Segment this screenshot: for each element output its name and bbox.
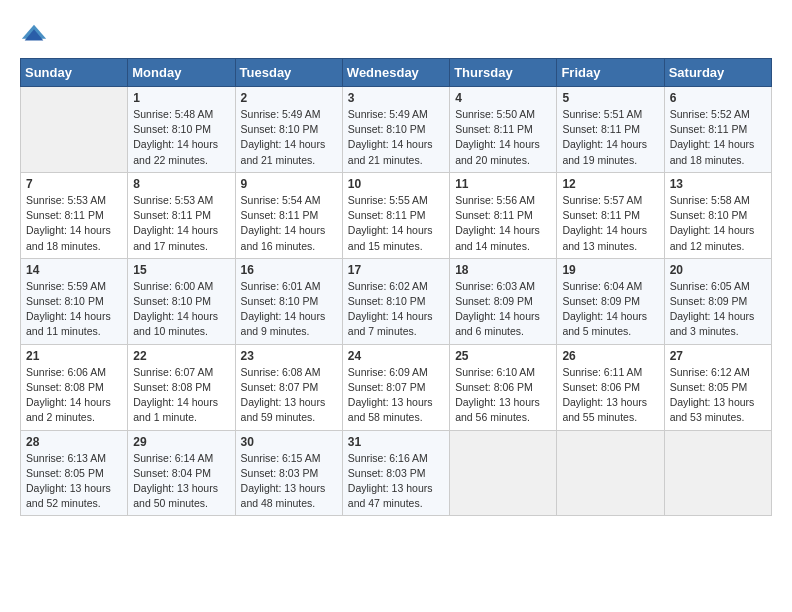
day-content: Sunrise: 5:57 AM Sunset: 8:11 PM Dayligh… <box>562 193 658 254</box>
day-number: 31 <box>348 435 444 449</box>
cell-w1-d1 <box>21 87 128 173</box>
day-content: Sunrise: 6:12 AM Sunset: 8:05 PM Dayligh… <box>670 365 766 426</box>
cell-w5-d2: 29Sunrise: 6:14 AM Sunset: 8:04 PM Dayli… <box>128 430 235 516</box>
day-number: 10 <box>348 177 444 191</box>
calendar-table: SundayMondayTuesdayWednesdayThursdayFrid… <box>20 58 772 516</box>
day-number: 6 <box>670 91 766 105</box>
day-number: 5 <box>562 91 658 105</box>
cell-w1-d3: 2Sunrise: 5:49 AM Sunset: 8:10 PM Daylig… <box>235 87 342 173</box>
cell-w3-d7: 20Sunrise: 6:05 AM Sunset: 8:09 PM Dayli… <box>664 258 771 344</box>
cell-w1-d2: 1Sunrise: 5:48 AM Sunset: 8:10 PM Daylig… <box>128 87 235 173</box>
day-number: 3 <box>348 91 444 105</box>
header-tuesday: Tuesday <box>235 59 342 87</box>
week-row-3: 14Sunrise: 5:59 AM Sunset: 8:10 PM Dayli… <box>21 258 772 344</box>
cell-w5-d3: 30Sunrise: 6:15 AM Sunset: 8:03 PM Dayli… <box>235 430 342 516</box>
day-content: Sunrise: 5:59 AM Sunset: 8:10 PM Dayligh… <box>26 279 122 340</box>
cell-w4-d6: 26Sunrise: 6:11 AM Sunset: 8:06 PM Dayli… <box>557 344 664 430</box>
day-content: Sunrise: 6:05 AM Sunset: 8:09 PM Dayligh… <box>670 279 766 340</box>
day-number: 4 <box>455 91 551 105</box>
week-row-2: 7Sunrise: 5:53 AM Sunset: 8:11 PM Daylig… <box>21 172 772 258</box>
day-number: 27 <box>670 349 766 363</box>
week-row-1: 1Sunrise: 5:48 AM Sunset: 8:10 PM Daylig… <box>21 87 772 173</box>
day-content: Sunrise: 6:02 AM Sunset: 8:10 PM Dayligh… <box>348 279 444 340</box>
day-number: 12 <box>562 177 658 191</box>
day-content: Sunrise: 6:03 AM Sunset: 8:09 PM Dayligh… <box>455 279 551 340</box>
cell-w2-d1: 7Sunrise: 5:53 AM Sunset: 8:11 PM Daylig… <box>21 172 128 258</box>
day-number: 11 <box>455 177 551 191</box>
cell-w5-d5 <box>450 430 557 516</box>
day-number: 15 <box>133 263 229 277</box>
cell-w5-d1: 28Sunrise: 6:13 AM Sunset: 8:05 PM Dayli… <box>21 430 128 516</box>
header-row: SundayMondayTuesdayWednesdayThursdayFrid… <box>21 59 772 87</box>
week-row-4: 21Sunrise: 6:06 AM Sunset: 8:08 PM Dayli… <box>21 344 772 430</box>
day-content: Sunrise: 6:07 AM Sunset: 8:08 PM Dayligh… <box>133 365 229 426</box>
cell-w5-d4: 31Sunrise: 6:16 AM Sunset: 8:03 PM Dayli… <box>342 430 449 516</box>
page-header <box>20 20 772 48</box>
day-content: Sunrise: 5:49 AM Sunset: 8:10 PM Dayligh… <box>241 107 337 168</box>
day-number: 20 <box>670 263 766 277</box>
logo-icon <box>20 20 48 48</box>
cell-w1-d4: 3Sunrise: 5:49 AM Sunset: 8:10 PM Daylig… <box>342 87 449 173</box>
header-wednesday: Wednesday <box>342 59 449 87</box>
cell-w1-d6: 5Sunrise: 5:51 AM Sunset: 8:11 PM Daylig… <box>557 87 664 173</box>
cell-w3-d2: 15Sunrise: 6:00 AM Sunset: 8:10 PM Dayli… <box>128 258 235 344</box>
cell-w5-d7 <box>664 430 771 516</box>
day-content: Sunrise: 5:54 AM Sunset: 8:11 PM Dayligh… <box>241 193 337 254</box>
day-number: 23 <box>241 349 337 363</box>
header-friday: Friday <box>557 59 664 87</box>
calendar-body: 1Sunrise: 5:48 AM Sunset: 8:10 PM Daylig… <box>21 87 772 516</box>
header-thursday: Thursday <box>450 59 557 87</box>
day-content: Sunrise: 6:08 AM Sunset: 8:07 PM Dayligh… <box>241 365 337 426</box>
day-number: 13 <box>670 177 766 191</box>
day-content: Sunrise: 6:16 AM Sunset: 8:03 PM Dayligh… <box>348 451 444 512</box>
day-content: Sunrise: 5:51 AM Sunset: 8:11 PM Dayligh… <box>562 107 658 168</box>
header-sunday: Sunday <box>21 59 128 87</box>
cell-w2-d6: 12Sunrise: 5:57 AM Sunset: 8:11 PM Dayli… <box>557 172 664 258</box>
day-content: Sunrise: 6:11 AM Sunset: 8:06 PM Dayligh… <box>562 365 658 426</box>
cell-w4-d4: 24Sunrise: 6:09 AM Sunset: 8:07 PM Dayli… <box>342 344 449 430</box>
day-number: 19 <box>562 263 658 277</box>
cell-w4-d5: 25Sunrise: 6:10 AM Sunset: 8:06 PM Dayli… <box>450 344 557 430</box>
cell-w2-d4: 10Sunrise: 5:55 AM Sunset: 8:11 PM Dayli… <box>342 172 449 258</box>
cell-w5-d6 <box>557 430 664 516</box>
day-content: Sunrise: 5:56 AM Sunset: 8:11 PM Dayligh… <box>455 193 551 254</box>
day-number: 24 <box>348 349 444 363</box>
day-number: 14 <box>26 263 122 277</box>
cell-w1-d7: 6Sunrise: 5:52 AM Sunset: 8:11 PM Daylig… <box>664 87 771 173</box>
day-content: Sunrise: 5:50 AM Sunset: 8:11 PM Dayligh… <box>455 107 551 168</box>
day-number: 22 <box>133 349 229 363</box>
day-content: Sunrise: 6:15 AM Sunset: 8:03 PM Dayligh… <box>241 451 337 512</box>
day-number: 21 <box>26 349 122 363</box>
cell-w4-d2: 22Sunrise: 6:07 AM Sunset: 8:08 PM Dayli… <box>128 344 235 430</box>
cell-w3-d5: 18Sunrise: 6:03 AM Sunset: 8:09 PM Dayli… <box>450 258 557 344</box>
calendar-header: SundayMondayTuesdayWednesdayThursdayFrid… <box>21 59 772 87</box>
cell-w2-d3: 9Sunrise: 5:54 AM Sunset: 8:11 PM Daylig… <box>235 172 342 258</box>
header-saturday: Saturday <box>664 59 771 87</box>
day-number: 1 <box>133 91 229 105</box>
day-number: 30 <box>241 435 337 449</box>
week-row-5: 28Sunrise: 6:13 AM Sunset: 8:05 PM Dayli… <box>21 430 772 516</box>
logo <box>20 20 52 48</box>
cell-w3-d4: 17Sunrise: 6:02 AM Sunset: 8:10 PM Dayli… <box>342 258 449 344</box>
day-content: Sunrise: 5:48 AM Sunset: 8:10 PM Dayligh… <box>133 107 229 168</box>
day-number: 7 <box>26 177 122 191</box>
cell-w3-d1: 14Sunrise: 5:59 AM Sunset: 8:10 PM Dayli… <box>21 258 128 344</box>
day-content: Sunrise: 6:09 AM Sunset: 8:07 PM Dayligh… <box>348 365 444 426</box>
day-content: Sunrise: 5:53 AM Sunset: 8:11 PM Dayligh… <box>26 193 122 254</box>
header-monday: Monday <box>128 59 235 87</box>
day-number: 2 <box>241 91 337 105</box>
day-content: Sunrise: 6:01 AM Sunset: 8:10 PM Dayligh… <box>241 279 337 340</box>
day-content: Sunrise: 6:06 AM Sunset: 8:08 PM Dayligh… <box>26 365 122 426</box>
day-number: 17 <box>348 263 444 277</box>
day-content: Sunrise: 5:53 AM Sunset: 8:11 PM Dayligh… <box>133 193 229 254</box>
day-number: 18 <box>455 263 551 277</box>
day-number: 9 <box>241 177 337 191</box>
cell-w2-d5: 11Sunrise: 5:56 AM Sunset: 8:11 PM Dayli… <box>450 172 557 258</box>
day-number: 25 <box>455 349 551 363</box>
day-number: 29 <box>133 435 229 449</box>
cell-w3-d3: 16Sunrise: 6:01 AM Sunset: 8:10 PM Dayli… <box>235 258 342 344</box>
day-content: Sunrise: 6:10 AM Sunset: 8:06 PM Dayligh… <box>455 365 551 426</box>
day-content: Sunrise: 5:58 AM Sunset: 8:10 PM Dayligh… <box>670 193 766 254</box>
day-content: Sunrise: 6:04 AM Sunset: 8:09 PM Dayligh… <box>562 279 658 340</box>
cell-w4-d1: 21Sunrise: 6:06 AM Sunset: 8:08 PM Dayli… <box>21 344 128 430</box>
